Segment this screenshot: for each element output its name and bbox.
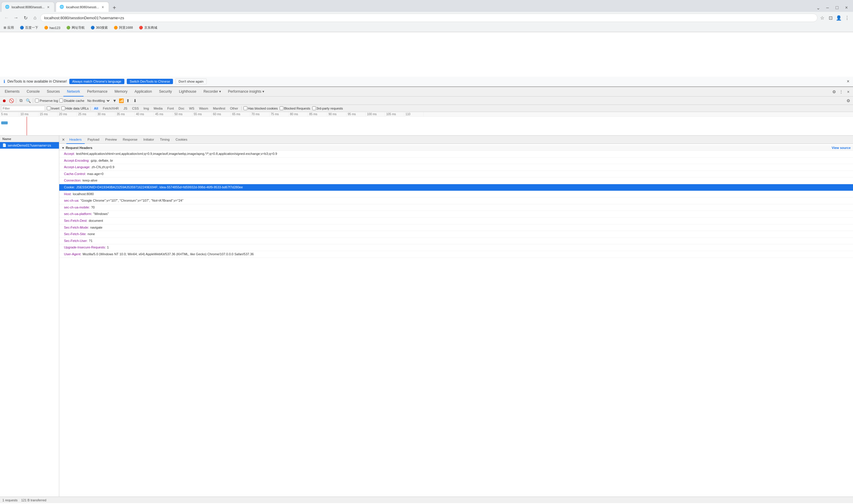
timeline-label: 60 ms [212,112,231,116]
url-input[interactable] [40,14,817,22]
timeline-label: 75 ms [269,112,289,116]
timeline-label: 35 ms [115,112,135,116]
home-button[interactable]: ⌂ [31,14,39,22]
export-icon[interactable]: ⬇ [132,98,138,104]
devtools-more-icon[interactable]: ⋮ [838,88,845,95]
tab-sources[interactable]: Sources [43,87,64,96]
tab-search-icon[interactable]: ⊡ [827,14,834,21]
filter-input[interactable] [1,106,45,111]
filter-ws-button[interactable]: WS [188,106,196,110]
back-button[interactable]: ← [2,14,11,22]
preserve-log-checkbox[interactable]: Preserve log [35,98,58,103]
bookmark-hao123[interactable]: 🟠 hao123 [43,25,61,30]
tab-recorder[interactable]: Recorder ▾ [200,87,225,96]
filter-wasm-button[interactable]: Wasm [198,106,210,110]
import-icon[interactable]: ⬆ [125,98,131,104]
profile-icon[interactable]: 👤 [835,14,842,21]
tab-bar: 🌐 localhost:8080/sessti... × 🌐 localhost… [0,0,853,12]
timeline-label: 55 ms [193,112,212,116]
headers-container: Accept: text/html,application/xhtml+xml,… [59,151,853,258]
filter-font-button[interactable]: Font [166,106,175,110]
clear-button[interactable]: 🚫 [8,98,14,104]
timeline-label: 90 ms [327,112,346,116]
forward-button[interactable]: → [12,14,20,22]
tab-memory[interactable]: Memory [111,87,131,96]
filter-other-button[interactable]: Other [228,106,239,110]
filter-all-button[interactable]: All [92,106,100,110]
filter-fetch-xhr-button[interactable]: Fetch/XHR [101,106,120,110]
tab-network[interactable]: Network [64,87,84,96]
refresh-button[interactable]: ↻ [21,14,30,22]
new-tab-button[interactable]: + [110,3,119,12]
detail-tab-headers[interactable]: Headers [66,136,85,144]
header-value: max-age=0 [87,172,103,177]
detail-close-button[interactable]: × [60,137,66,143]
record-button[interactable]: ⏺ [1,98,7,104]
file-list-header: Name [0,136,59,142]
bookmark-jd[interactable]: 🔴 京东商城 [138,25,158,31]
disable-cache-checkbox[interactable]: Disable cache [59,98,84,103]
tab-elements[interactable]: Elements [1,87,23,96]
filter-manifest-button[interactable]: Manifest [212,106,227,110]
filter-js-button[interactable]: JS [122,106,129,110]
request-headers-section[interactable]: ▼ Request Headers View source [59,145,853,151]
bookmark-star-icon[interactable]: ☆ [819,14,826,21]
tab-application[interactable]: Application [131,87,156,96]
filter-img-button[interactable]: Img [142,106,150,110]
filter-css-button[interactable]: CSS [130,106,140,110]
tab-search-button[interactable]: ⌄ [814,3,822,12]
tab-2-close[interactable]: × [101,5,105,10]
devtools-close-icon[interactable]: × [845,88,852,95]
search-icon[interactable]: 🔍 [25,98,31,104]
bookmark-ali[interactable]: 🟠 阿里1688 [112,25,134,31]
devtools-settings-icon[interactable]: ⚙ [831,88,838,95]
invert-checkbox[interactable]: Invert [47,106,59,110]
switch-chinese-button[interactable]: Switch DevTools to Chinese [127,79,173,84]
tab-1-close[interactable]: × [46,5,51,10]
minimize-button[interactable]: – [823,3,832,12]
detail-tab-response[interactable]: Response [120,136,140,144]
filter-icon[interactable]: ⧉ [18,98,24,104]
tab-lighthouse[interactable]: Lighthouse [175,87,200,96]
throttle-select[interactable]: No throttling [86,98,110,103]
bookmark-baidu[interactable]: 🔵 百度一下 [19,25,39,31]
tab-performance[interactable]: Performance [84,87,111,96]
page-content [0,32,853,77]
tab-performance-insights[interactable]: Performance insights ▾ [225,87,268,96]
view-source-link[interactable]: View source [832,146,851,149]
tab-security[interactable]: Security [156,87,175,96]
header-value: localhost:8080 [73,192,94,197]
match-language-button[interactable]: Always match Chrome's language [69,79,124,84]
detail-tab-payload[interactable]: Payload [85,136,103,144]
tab-1[interactable]: 🌐 localhost:8080/sessti... × [1,2,54,12]
dont-show-button[interactable]: Don't show again [175,78,207,84]
hide-data-urls-checkbox[interactable]: Hide data URLs [61,106,89,110]
network-settings-icon[interactable]: ⚙ [845,97,852,104]
throttle-dropdown-icon[interactable]: ▼ [112,98,118,104]
detail-tab-preview[interactable]: Preview [102,136,120,144]
header-row: Sec-Fetch-Dest: document [59,218,853,224]
header-row: Accept-Encoding: gzip, deflate, br [59,158,853,164]
has-blocked-cookies-checkbox[interactable]: Has blocked cookies [244,106,278,110]
third-party-requests-checkbox[interactable]: 3rd-party requests [312,106,343,110]
detail-tab-timing[interactable]: Timing [157,136,173,144]
tab-2[interactable]: 🌐 localhost:8080/sessti... × [56,2,109,12]
notification-close-button[interactable]: × [847,79,850,84]
filter-doc-button[interactable]: Doc [177,106,186,110]
requests-count: 1 requests [2,498,17,502]
close-window-button[interactable]: × [842,3,851,12]
bookmark-360[interactable]: 🔵 360搜索 [89,25,109,31]
timeline-label: 45 ms [154,112,173,116]
tab-console[interactable]: Console [23,87,43,96]
detail-tab-initiator[interactable]: Initiator [140,136,157,144]
bookmark-wangzhi[interactable]: 🟢 网址导航 [65,25,86,31]
menu-icon[interactable]: ⋮ [843,14,851,21]
blocked-requests-checkbox[interactable]: Blocked Requests [280,106,310,110]
filter-divider-1 [90,106,91,110]
filter-media-button[interactable]: Media [152,106,164,110]
file-list-item[interactable]: 📄 servletDemo01?username=zs [0,142,59,149]
devtools-panel: Elements Console Sources Network Perform… [0,87,853,503]
maximize-button[interactable]: □ [833,3,841,12]
bookmark-apps[interactable]: ⊞ 应用 [2,25,15,31]
detail-tab-cookies[interactable]: Cookies [173,136,191,144]
